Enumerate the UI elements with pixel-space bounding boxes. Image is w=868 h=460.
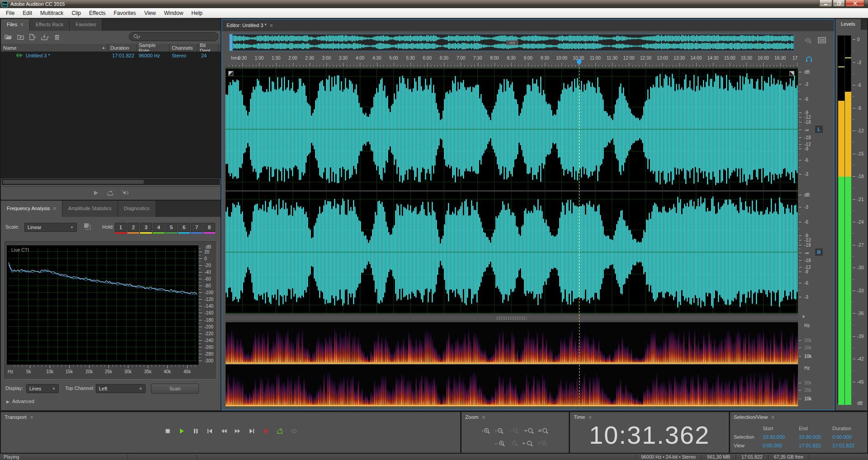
minimize-button[interactable] — [819, 0, 832, 7]
zoom-out-full-icon[interactable] — [804, 37, 812, 45]
loop-playback-button[interactable] — [274, 427, 285, 436]
hold-button-6[interactable]: 6 — [178, 223, 190, 232]
display-select[interactable]: Lines▼ — [26, 384, 59, 393]
rewind-button[interactable] — [218, 427, 229, 436]
column-bit-dept[interactable]: Bit Dept — [198, 44, 218, 52]
hold-button-3[interactable]: 3 — [140, 223, 152, 232]
files-table-header[interactable]: Name▲DurationSample RateChannelsBit Dept — [1, 44, 221, 52]
files-list[interactable]: Untitled 3 * 17:01.822 96000 Hz Stereo 2… — [1, 52, 221, 178]
pause-button[interactable] — [190, 427, 201, 436]
files-panel: Files≡Effects RackFavorites ▾ ▾ ▾ Name▲D… — [1, 19, 221, 200]
hold-button-5[interactable]: 5 — [165, 223, 177, 232]
restore-button[interactable] — [833, 0, 845, 7]
insert-into-multitrack-icon[interactable]: ▾ — [40, 33, 50, 41]
import-file-icon[interactable] — [15, 33, 25, 41]
timeline-ruler[interactable]: hms 0:301:001:302:002:303:003:304:004:30… — [226, 55, 798, 67]
ruler-label: 9:30 — [540, 56, 549, 61]
meter-scale-label: -27 — [857, 243, 863, 248]
copy-graph-icon[interactable] — [83, 222, 91, 230]
hold-button-4[interactable]: 4 — [153, 223, 165, 232]
open-file-icon[interactable] — [3, 33, 13, 41]
file-sample-rate: 96000 Hz — [137, 53, 170, 58]
frequency-plot[interactable]: Live CTI dB Hz 20 0 -20 -40 -60 -80 -100… — [5, 241, 217, 380]
editor-tab[interactable]: Editor: Untitled 3 *≡ — [222, 19, 834, 31]
preview-autoplay-speaker-icon[interactable] — [122, 190, 129, 196]
y-tick-label: -200 — [204, 324, 213, 329]
amp-scale-label: -18 — [804, 120, 811, 125]
zoom-in-amplitude-button[interactable]: ↕ — [481, 427, 491, 435]
preview-play-button[interactable] — [93, 190, 99, 196]
hold-button-1[interactable]: 1 — [115, 223, 127, 232]
menu-multitrack[interactable]: Multitrack — [36, 9, 67, 18]
zoom-in-time-button[interactable]: ↔ — [494, 439, 505, 447]
amp-scale-label: -3 — [804, 172, 808, 177]
column-duration[interactable]: Duration — [108, 44, 137, 52]
column-channels[interactable]: Channels — [170, 44, 198, 52]
scale-select[interactable]: Linear▼ — [24, 223, 77, 232]
freq-scale-label: 30k — [804, 380, 811, 385]
time-display[interactable]: 10:31.362 — [570, 420, 729, 450]
close-button[interactable] — [845, 0, 864, 7]
top-channel-select[interactable]: Left▼ — [96, 384, 146, 393]
delete-icon[interactable] — [52, 33, 62, 41]
collapse-spectral-icon[interactable]: ▼ — [802, 314, 806, 319]
hold-button-8[interactable]: 8 — [203, 223, 215, 232]
monitor-headphones-icon[interactable] — [805, 56, 813, 62]
zoom-out-amplitude-button[interactable]: ↕ — [495, 427, 504, 435]
play-button[interactable] — [176, 427, 187, 436]
skip-to-end-button[interactable] — [246, 427, 257, 436]
spectrogram-left-channel[interactable] — [226, 322, 798, 364]
overview-scrollbar[interactable] — [229, 34, 794, 51]
spectrogram-right-channel[interactable] — [226, 365, 798, 406]
freq-scale-label: Hz — [804, 323, 810, 328]
hold-button-2[interactable]: 2 — [127, 223, 139, 232]
channel-corner-toggle-left-icon[interactable] — [228, 71, 233, 76]
search-input[interactable]: ▾ — [129, 32, 218, 41]
menu-window[interactable]: Window — [160, 9, 188, 18]
hold-button-7[interactable]: 7 — [191, 223, 203, 232]
menu-view[interactable]: View — [140, 9, 160, 18]
menu-effects[interactable]: Effects — [85, 9, 109, 18]
overview-grip-handle[interactable] — [506, 40, 518, 45]
file-row[interactable]: Untitled 3 * 17:01.822 96000 Hz Stereo 2… — [1, 52, 221, 59]
tab-amplitude-statistics[interactable]: Amplitude Statistics — [62, 201, 118, 217]
files-horizontal-scrollbar[interactable] — [2, 179, 220, 185]
preview-loop-button[interactable] — [107, 190, 113, 196]
tab-favorites[interactable]: Favorites — [70, 19, 102, 31]
zoom-out-time-button[interactable]: ↕ — [509, 439, 519, 447]
stop-button[interactable] — [162, 427, 173, 436]
waveform-spectrogram-splitter[interactable] — [226, 314, 798, 321]
menu-edit[interactable]: Edit — [19, 9, 36, 18]
column-name[interactable]: Name▲ — [1, 44, 108, 52]
tab-effects-rack[interactable]: Effects Rack — [30, 19, 70, 31]
skip-to-start-button[interactable] — [204, 427, 215, 436]
x-tick-label: 5k — [26, 369, 31, 374]
amp-scale-label: dB — [804, 70, 810, 75]
fast-forward-button[interactable] — [232, 427, 243, 436]
new-file-icon[interactable]: ▾ — [28, 33, 38, 41]
channel-corner-toggle-right-icon[interactable] — [789, 71, 794, 76]
title-bar: Au Adobe Audition CC 2015 — [0, 0, 868, 8]
scan-button[interactable]: Scan — [151, 384, 199, 394]
menu-clip[interactable]: Clip — [67, 9, 85, 18]
advanced-toggle[interactable]: ▶ Advanced — [6, 399, 34, 404]
zoom-to-in-point-button[interactable]: ⇥ — [524, 427, 534, 435]
waveform-display[interactable] — [226, 68, 798, 314]
menu-favorites[interactable]: Favorites — [110, 9, 140, 18]
record-button[interactable] — [260, 427, 271, 436]
tab-diagnostics[interactable]: Diagnostics — [118, 201, 156, 217]
zoom-out-full-button[interactable]: ↔ — [508, 427, 519, 435]
channel-badge-r[interactable]: R — [815, 249, 823, 256]
tab-files[interactable]: Files≡ — [1, 19, 30, 31]
overview-left-handle[interactable] — [230, 34, 233, 51]
menu-file[interactable]: File — [2, 9, 19, 18]
skip-selection-button[interactable] — [288, 427, 299, 436]
zoom-to-out-point-button[interactable]: ⇤ — [523, 439, 533, 447]
tab-frequency-analysis[interactable]: Frequency Analysis≡ — [1, 201, 62, 217]
panel-list-icon[interactable] — [818, 37, 826, 44]
menu-help[interactable]: Help — [187, 9, 207, 18]
channel-badge-l[interactable]: L — [815, 126, 823, 133]
zoom-reset-amplitude-button[interactable]: ⇕ — [538, 439, 548, 447]
zoom-to-selection-button[interactable]: ⇄ — [538, 427, 549, 435]
column-sample-rate[interactable]: Sample Rate — [137, 44, 170, 52]
